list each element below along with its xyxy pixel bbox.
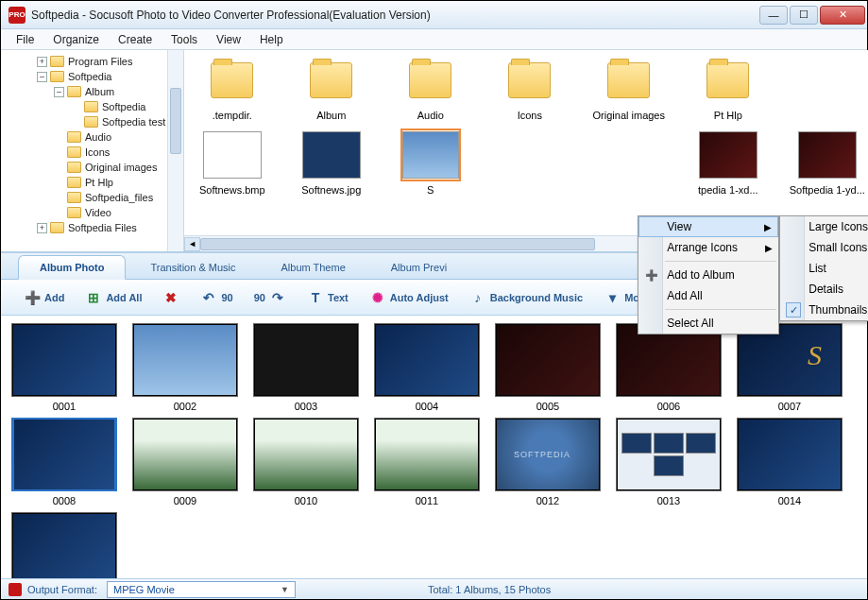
album-item[interactable]: 0014 — [736, 418, 843, 506]
menu-tools[interactable]: Tools — [162, 29, 207, 49]
album-item[interactable]: 0004 — [373, 323, 481, 412]
ctx-add-to-album[interactable]: ➕Add to Album — [638, 265, 778, 285]
ctx-large-icons[interactable]: Large Icons — [780, 216, 868, 237]
album-item[interactable]: 0013 — [615, 418, 723, 506]
ctx-small-icons[interactable]: Small Icons — [780, 237, 868, 258]
add-icon: ➕ — [644, 267, 659, 283]
rotate-left-button[interactable]: ↶90 — [195, 285, 238, 310]
browser-item[interactable]: Original images — [588, 54, 669, 121]
album-item[interactable]: 0001 — [10, 323, 118, 412]
menu-file[interactable]: File — [7, 29, 43, 49]
tab-album-preview[interactable]: Album Previ — [370, 256, 468, 279]
album-item[interactable]: 0006 — [615, 323, 723, 412]
browser-item[interactable]: Softnews.jpg — [291, 129, 371, 196]
browser-item[interactable]: Icons — [489, 54, 570, 121]
ctx-view[interactable]: View▶ — [638, 216, 778, 237]
menu-view[interactable]: View — [207, 29, 250, 49]
menu-help[interactable]: Help — [250, 29, 293, 49]
tree-node[interactable]: Softpedia_files — [85, 192, 153, 203]
album-item[interactable]: 0011 — [373, 418, 481, 506]
background-music-button[interactable]: ♪Background Music — [464, 285, 588, 310]
tree-node[interactable]: Video — [85, 207, 111, 218]
browser-item[interactable]: Audio — [390, 54, 470, 121]
folder-icon — [84, 116, 98, 128]
browser-item[interactable]: .tempdir. — [192, 54, 272, 121]
folder-icon — [211, 62, 253, 98]
expand-icon[interactable]: + — [37, 57, 47, 67]
collapse-icon[interactable]: – — [37, 72, 47, 82]
tree-node[interactable]: Softpedia Files — [68, 222, 137, 233]
close-button[interactable]: ✕ — [820, 6, 865, 25]
photo-label: 0012 — [536, 495, 559, 506]
tree-scrollbar[interactable] — [167, 50, 183, 251]
browser-item[interactable]: Softpedia 1-yd... — [787, 129, 867, 196]
ctx-thumbnails[interactable]: ✓Thumbnails — [780, 300, 868, 320]
album-item[interactable]: 0009 — [131, 418, 239, 506]
rotate-right-button[interactable]: 90↷ — [248, 285, 292, 310]
collapse-icon[interactable]: – — [54, 87, 64, 97]
ctx-add-all[interactable]: Add All — [638, 285, 778, 306]
tree-node[interactable]: Icons — [85, 146, 110, 158]
album-pane[interactable]: 0001 0002 0003 0004 0005 0006 0007 0008 … — [1, 316, 867, 578]
browser-item[interactable]: Softnews.bmp — [192, 129, 272, 196]
browser-item[interactable]: tpedia 1-xd... — [688, 129, 768, 196]
album-item[interactable]: 0005 — [494, 323, 602, 412]
tree-node[interactable]: Album — [85, 86, 114, 97]
tab-album-theme[interactable]: Album Theme — [261, 256, 366, 279]
browser-item-selected[interactable]: S — [390, 129, 470, 196]
item-label: .tempdir. — [213, 110, 252, 121]
scroll-left-button[interactable]: ◄ — [184, 237, 200, 251]
photo-label: 0001 — [53, 401, 76, 412]
folder-icon — [67, 146, 81, 158]
photo-label: 0007 — [778, 401, 801, 412]
ctx-arrange-icons[interactable]: Arrange Icons▶ — [638, 237, 778, 258]
browser-scroll[interactable]: .tempdir. Album Audio Icons Original ima… — [184, 50, 868, 235]
text-button[interactable]: TText — [301, 285, 354, 310]
scrollbar-thumb[interactable] — [200, 238, 595, 250]
tree-node[interactable]: Audio — [85, 131, 111, 143]
maximize-button[interactable]: ☐ — [790, 6, 818, 25]
tree-node[interactable]: Program Files — [68, 56, 132, 67]
tree-node[interactable]: Pt Hlp — [85, 177, 113, 188]
add-all-icon: ⊞ — [85, 289, 102, 306]
menu-create[interactable]: Create — [109, 29, 162, 49]
tree-node[interactable]: Softpedia — [102, 101, 145, 112]
ctx-details[interactable]: Details — [780, 279, 868, 300]
scrollbar-thumb[interactable] — [170, 88, 181, 154]
menu-organize[interactable]: Organize — [43, 29, 109, 49]
auto-adjust-button[interactable]: ✺Auto Adjust — [364, 285, 454, 310]
album-item[interactable]: 0002 — [131, 323, 239, 412]
tab-transition-music[interactable]: Transition & Music — [129, 256, 256, 279]
add-all-button[interactable]: ⊞Add All — [79, 285, 147, 310]
output-format-dropdown[interactable]: MPEG Movie ▼ — [107, 581, 296, 598]
title-bar: PRO Softpedia - Socusoft Photo to Video … — [1, 1, 867, 29]
browser-item[interactable]: Pt Hlp — [688, 54, 768, 121]
album-item[interactable]: 0012 — [494, 418, 602, 506]
photo-label: 0004 — [416, 401, 438, 412]
minimize-button[interactable]: — — [759, 6, 788, 25]
folder-icon — [409, 62, 451, 98]
album-item[interactable]: 0010 — [252, 418, 360, 506]
browser-item[interactable]: Album — [291, 54, 371, 121]
photo-label: 0002 — [174, 401, 196, 412]
tree-node[interactable]: Softpedia test — [102, 116, 165, 128]
tab-album-photo[interactable]: Album Photo — [18, 255, 126, 280]
expand-icon[interactable]: + — [37, 223, 47, 233]
item-label: Album — [316, 110, 346, 121]
photo-label: 0014 — [778, 495, 801, 506]
ctx-select-all[interactable]: Select All — [638, 313, 778, 334]
item-label: Softnews.jpg — [301, 184, 361, 196]
tree-node[interactable]: Softpedia — [68, 71, 111, 82]
album-item[interactable]: 0007 — [736, 323, 843, 412]
submenu-arrow-icon: ▶ — [765, 243, 773, 253]
album-item[interactable] — [10, 512, 118, 578]
photo-label: 0003 — [295, 401, 317, 412]
ctx-list[interactable]: List — [780, 258, 868, 279]
album-item-selected[interactable]: 0008 — [10, 418, 118, 506]
album-item[interactable]: 0003 — [252, 323, 360, 412]
tree-node[interactable]: Original images — [85, 162, 157, 173]
add-button[interactable]: ➕Add — [18, 285, 70, 310]
folder-tree[interactable]: +Program Files –Softpedia –Album Softped… — [1, 50, 167, 251]
folder-icon — [508, 62, 551, 98]
delete-button[interactable]: ✖ — [157, 285, 185, 310]
